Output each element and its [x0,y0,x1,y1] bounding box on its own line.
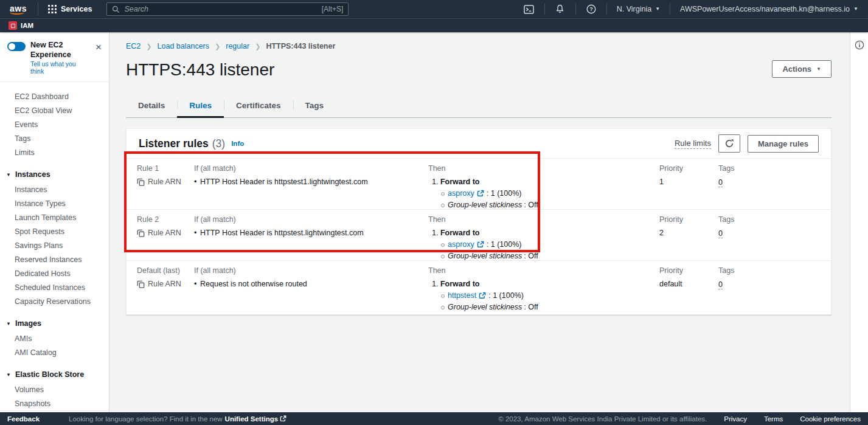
iam-service-icon [9,21,17,30]
help-panel-rail [850,32,868,412]
copyright-text: © 2023, Amazon Web Services India Privat… [498,415,707,423]
tags-header: Tags [718,215,831,224]
priority-value: default [659,280,718,288]
then-step: 1. Forward to [428,280,659,288]
terms-link[interactable]: Terms [764,415,783,423]
then-header: Then [428,215,659,224]
services-grid-icon [48,5,57,13]
close-icon[interactable]: × [93,41,104,54]
info-link[interactable]: Info [231,140,244,147]
actions-button[interactable]: Actions ▼ [772,60,832,78]
target-group-link[interactable]: asproxy [448,189,474,198]
sidebar: New EC2 Experience Tell us what you thin… [0,32,109,412]
search-input[interactable]: Search [Alt+S] [106,2,349,16]
sidebar-section-elastic-block-store[interactable]: ▼ Elastic Block Store [0,368,109,381]
tags-header: Tags [718,164,831,173]
breadcrumb-load-balancers[interactable]: Load balancers [158,42,209,50]
external-link-icon [280,415,286,422]
manage-rules-button[interactable]: Manage rules [748,135,819,153]
rule-arn-copy[interactable]: Rule ARN [137,280,194,288]
sidebar-item-events[interactable]: Events [0,117,109,131]
top-navigation-bar: aws Services Search [Alt+S] ? N. Virgini… [0,0,868,18]
then-header: Then [428,266,659,275]
rule-arn-copy[interactable]: Rule ARN [137,178,194,186]
main-content: EC2 ❯ Load balancers ❯ regular ❯ HTTPS:4… [109,32,850,412]
chevron-down-icon: ▼ [816,67,821,72]
rule-condition: HTTP Host Header is httpstest1.lightwing… [194,178,428,186]
panel-count: (3) [212,137,225,150]
rule-arn-copy[interactable]: Rule ARN [137,229,194,237]
tags-count-link[interactable]: 0 [718,229,723,238]
feedback-link[interactable]: Feedback [7,415,40,423]
triangle-down-icon: ▼ [6,172,11,178]
external-link-icon [477,190,484,197]
unified-settings-link[interactable]: Unified Settings [225,415,287,423]
then-step: 1. Forward to [428,229,659,237]
breadcrumb-separator-icon: ❯ [146,43,151,50]
sidebar-item-ec2-global-view[interactable]: EC2 Global View [0,103,109,117]
new-experience-toggle[interactable] [7,42,26,51]
forward-target: asproxy : 1 (100%) [428,189,659,198]
sidebar-item-reserved-instances[interactable]: Reserved Instances [0,252,109,266]
tell-us-link[interactable]: Tell us what you think [30,60,88,75]
rule-limits-link[interactable]: Rule limits [675,139,711,149]
cloudshell-button[interactable] [520,2,538,16]
stickiness-setting: Group-level stickiness: Off [428,303,659,311]
tab-tags[interactable]: Tags [293,95,336,117]
tab-details[interactable]: Details [126,95,177,117]
copy-icon [137,229,145,237]
sidebar-item-limits[interactable]: Limits [0,145,109,159]
stickiness-setting: Group-level stickiness: Off [428,201,659,209]
tags-count-link[interactable]: 0 [718,280,723,289]
new-experience-title: New EC2 Experience [30,41,88,60]
notifications-button[interactable] [551,2,569,16]
region-selector[interactable]: N. Virginia ▼ [613,5,664,13]
sidebar-item-launch-templates[interactable]: Launch Templates [0,210,109,224]
help-button[interactable]: ? [582,2,600,16]
sidebar-item-snapshots[interactable]: Snapshots [0,396,109,410]
services-menu-button[interactable]: Services [44,5,95,13]
sidebar-item-spot-requests[interactable]: Spot Requests [0,224,109,238]
sidebar-item-volumes[interactable]: Volumes [0,382,109,396]
nav-separator [606,4,607,15]
sidebar-section-images[interactable]: ▼ Images [0,317,109,330]
sidebar-section-instances[interactable]: ▼ Instances [0,168,109,181]
info-panel-button[interactable] [853,38,866,52]
sidebar-item-dedicated-hosts[interactable]: Dedicated Hosts [0,266,109,280]
target-group-link[interactable]: httpstest [448,291,476,300]
sidebar-item-ec2-dashboard[interactable]: EC2 Dashboard [0,89,109,103]
search-placeholder: Search [124,5,317,13]
account-menu[interactable]: AWSPowerUserAccess/navaneeth.kn@harness.… [676,5,862,13]
favorite-iam-link[interactable]: IAM [21,22,33,29]
refresh-button[interactable] [718,134,740,153]
sidebar-item-ami-catalog[interactable]: AMI Catalog [0,345,109,359]
breadcrumb-ec2[interactable]: EC2 [126,42,141,50]
help-question-icon: ? [586,4,596,14]
rule-row-default: Default (last) Rule ARN If (all match) R… [127,261,831,314]
breadcrumb-regular[interactable]: regular [226,42,249,50]
sidebar-item-savings-plans[interactable]: Savings Plans [0,238,109,252]
copy-icon [137,280,145,288]
cookie-preferences-link[interactable]: Cookie preferences [800,415,861,423]
rule-name: Rule 1 [137,164,194,173]
tab-rules[interactable]: Rules [177,95,224,118]
sidebar-item-instances[interactable]: Instances [0,182,109,196]
aws-logo[interactable]: aws [10,4,27,15]
if-header: If (all match) [194,215,428,224]
target-group-link[interactable]: asproxy [448,240,474,249]
sidebar-item-instance-types[interactable]: Instance Types [0,196,109,210]
sidebar-item-tags[interactable]: Tags [0,131,109,145]
sidebar-item-amis[interactable]: AMIs [0,331,109,345]
sidebar-item-scheduled-instances[interactable]: Scheduled Instances [0,280,109,294]
stickiness-setting: Group-level stickiness: Off [428,252,659,260]
nav-separator [670,4,670,15]
bell-icon [555,4,564,14]
rule-name: Default (last) [137,266,194,275]
tab-certificates[interactable]: Certificates [224,95,293,117]
nav-divider [38,2,38,16]
tags-count-link[interactable]: 0 [718,178,723,187]
copy-icon [137,178,145,186]
priority-value: 2 [659,229,718,237]
sidebar-item-capacity-reservations[interactable]: Capacity Reservations [0,294,109,308]
privacy-link[interactable]: Privacy [724,415,747,423]
